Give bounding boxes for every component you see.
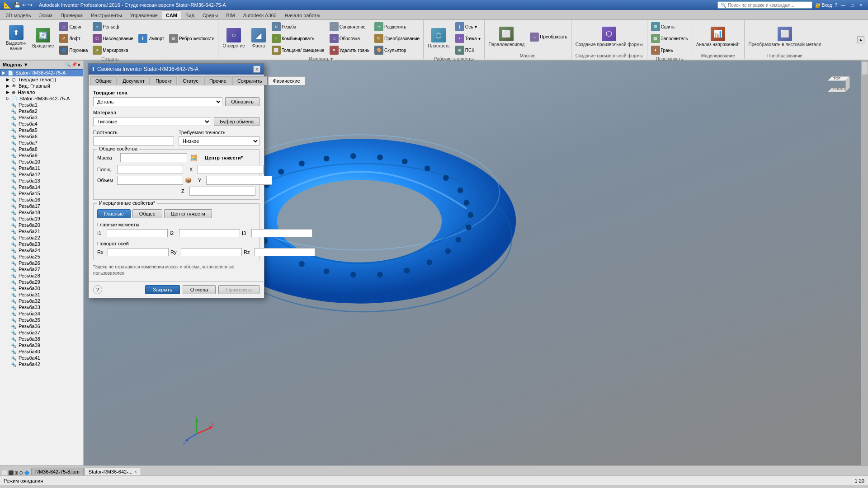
tab-proverka[interactable]: Проверка	[57, 10, 87, 19]
tree-item-r8[interactable]: 🔩Резьба8	[0, 146, 83, 152]
update-btn[interactable]: Обновить	[225, 97, 259, 106]
cg-x-input[interactable]: -0,004 м (Относит.	[198, 165, 264, 174]
area-input[interactable]: 0,762 м^2 (Относ.	[117, 165, 183, 174]
tree-item-r10[interactable]: 🔩Резьба10	[0, 159, 83, 165]
tab-view[interactable]: Вид	[181, 10, 198, 19]
dialog-tab-general[interactable]: Общие	[90, 76, 117, 85]
cg-y-input[interactable]: 0,053 м (Относите.	[206, 176, 272, 185]
btn-plane[interactable]: ⬡ Плоскость	[425, 27, 452, 50]
cg-z-input[interactable]: 0,000 м (Относите.	[189, 187, 255, 196]
tab-bim[interactable]: BIM	[222, 10, 239, 19]
tree-item-r7[interactable]: 🔩Резьба7	[0, 140, 83, 146]
btn-loft[interactable]: ◇ Сдвиг	[57, 21, 90, 32]
rx-input[interactable]: 0,00 рад (Относ.	[108, 248, 169, 256]
tree-item-r5[interactable]: 🔩Резьба5	[0, 127, 83, 133]
tree-item-r41[interactable]: 🔩Резьба41	[0, 355, 83, 361]
tree-item-r18[interactable]: 🔩Резьба18	[0, 209, 83, 216]
clipboard-btn[interactable]: Буфер обмена	[214, 117, 259, 126]
tree-item-r3[interactable]: 🔩Резьба3	[0, 114, 83, 121]
tab-eskiz[interactable]: Эскиз	[35, 10, 56, 19]
i1-input[interactable]: 3,515 кг м^2 (б.	[107, 229, 168, 237]
btn-thread[interactable]: ≋ Резьба	[270, 21, 326, 32]
quick-access-undo[interactable]: ↩	[22, 2, 27, 8]
tree-item-origin[interactable]: ▶ ⊕ Начало	[0, 89, 83, 95]
tab-cam[interactable]: CAM	[162, 10, 181, 19]
btn-axis[interactable]: | Ось ▾	[453, 21, 482, 32]
viewport-scrollbar[interactable]	[861, 61, 868, 465]
btn-to-sheet[interactable]: ⬜ Преобразовать в листовой металл	[746, 25, 824, 49]
btn-mark[interactable]: ✦ Маркировка	[91, 45, 135, 56]
cancel-button[interactable]: Отмена	[183, 285, 216, 294]
tree-item-r14[interactable]: 🔩Резьба14	[0, 184, 83, 190]
tree-item-view[interactable]: ▶ 👁 Вид: Главный	[0, 83, 83, 89]
tree-item-r29[interactable]: 🔩Резьба29	[0, 279, 83, 285]
tree-item-r16[interactable]: 🔩Резьба16	[0, 197, 83, 203]
btn-hole[interactable]: ○ Отверстие	[220, 27, 247, 50]
tree-item-r11[interactable]: 🔩Резьба11	[0, 165, 83, 171]
filter-icon[interactable]: 🔍	[65, 62, 71, 67]
btn-common[interactable]: Общее	[132, 209, 162, 218]
tree-item-r36[interactable]: 🔩Резьба36	[0, 323, 83, 329]
btn-thickness[interactable]: ⬜ Толщина/ смещение	[270, 45, 326, 56]
tree-item-r25[interactable]: 🔩Резьба25	[0, 253, 83, 260]
solid-type-select[interactable]: Деталь	[93, 97, 222, 106]
bottom-tab-close[interactable]: ×	[134, 469, 137, 474]
search-input[interactable]	[728, 3, 809, 8]
tree-item-r34[interactable]: 🔩Резьба34	[0, 310, 83, 317]
quick-access-redo[interactable]: ↪	[28, 2, 33, 8]
tree-item-r33[interactable]: 🔩Резьба33	[0, 304, 83, 310]
btn-import[interactable]: ⬇ Импорт	[137, 33, 166, 44]
tab-instruments[interactable]: Инструменты	[87, 10, 126, 19]
tree-item-r12[interactable]: 🔩Резьба12	[0, 171, 83, 178]
dialog-tab-save[interactable]: Сохранить	[232, 76, 267, 85]
tab-icon-5[interactable]: 🔷	[24, 470, 29, 475]
volume-input[interactable]: 0,013 м^3 (Относ.	[117, 176, 183, 185]
btn-rotate[interactable]: 🔄 Вращение	[30, 27, 56, 50]
tab-environments[interactable]: Среды	[198, 10, 222, 19]
material-select[interactable]: Типовые	[93, 117, 211, 126]
tree-item-r23[interactable]: 🔩Резьба23	[0, 241, 83, 247]
bottom-tab-1[interactable]: RM36-642-75-8.iam	[31, 468, 84, 475]
btn-combine[interactable]: + Комбинировать	[270, 33, 326, 44]
tab-3d-model[interactable]: 3D-модель	[2, 10, 35, 19]
tree-item-r40[interactable]: 🔩Резьба40	[0, 348, 83, 355]
tab-icon-3[interactable]: ⊞	[14, 470, 18, 475]
tree-item-r38[interactable]: 🔩Резьба38	[0, 336, 83, 342]
dialog-tab-document[interactable]: Документ	[118, 76, 150, 85]
btn-gravity-center[interactable]: Центр тяжести	[164, 209, 212, 218]
tree-item-r21[interactable]: 🔩Резьба21	[0, 228, 83, 235]
btn-fill[interactable]: ▦ Заполнитель	[649, 33, 690, 44]
btn-sculpt[interactable]: 🎨 Скульптор	[373, 45, 421, 56]
tree-item-file[interactable]: ▷ 📄 Stator-RM36-642-75-A	[0, 95, 83, 102]
btn-main[interactable]: Главные	[97, 209, 131, 218]
tree-item-r42[interactable]: 🔩Резьба42	[0, 361, 83, 367]
btn-split[interactable]: ⇥ Разделить	[373, 21, 421, 32]
tree-item-r2[interactable]: 🔩Резьба2	[0, 108, 83, 114]
i3-input[interactable]: 3,605 кг м^2 (б.	[251, 229, 312, 237]
close-btn[interactable]: ×	[858, 2, 864, 8]
tree-item-r6[interactable]: 🔩Резьба6	[0, 133, 83, 140]
btn-point[interactable]: • Точка ▾	[453, 33, 482, 44]
viewcube[interactable]: FRONT TOP	[821, 67, 857, 103]
tree-item-r4[interactable]: 🔩Резьба4	[0, 121, 83, 127]
model-panel-header[interactable]: Модель ▼ 🔍 📌 ×	[0, 61, 83, 69]
btn-expand-ribbon[interactable]: ▲	[857, 36, 864, 43]
tree-item-r30[interactable]: 🔩Резьба30	[0, 285, 83, 291]
tree-item-r17[interactable]: 🔩Резьба17	[0, 203, 83, 209]
dialog-close-btn[interactable]: ×	[253, 66, 260, 73]
help-icon[interactable]: ?	[835, 3, 837, 8]
tree-item-r37[interactable]: 🔩Резьба37	[0, 329, 83, 336]
btn-fillet[interactable]: ⌒ Сопряжение	[328, 21, 371, 32]
tree-item-solids[interactable]: ▶ ⬡ Твердые тела(1)	[0, 76, 83, 83]
mass-input[interactable]: 57,000 кг	[120, 153, 187, 162]
tree-item-r15[interactable]: 🔩Резьба15	[0, 190, 83, 197]
dialog-help-btn[interactable]: ?	[93, 285, 102, 294]
ry-input[interactable]: -0,02 рад (Относ.	[181, 248, 242, 256]
panel-close-btn[interactable]: ×	[78, 62, 80, 67]
tree-item-r9[interactable]: 🔩Резьба9	[0, 152, 83, 159]
tree-item-r28[interactable]: 🔩Резьба28	[0, 272, 83, 279]
tab-icon-1[interactable]: ⬜	[2, 470, 7, 475]
tree-item-r24[interactable]: 🔩Резьба24	[0, 247, 83, 253]
tree-item-r20[interactable]: 🔩Резьба20	[0, 222, 83, 228]
btn-freeform[interactable]: ⬡ Создание произвольной формы	[573, 25, 645, 49]
